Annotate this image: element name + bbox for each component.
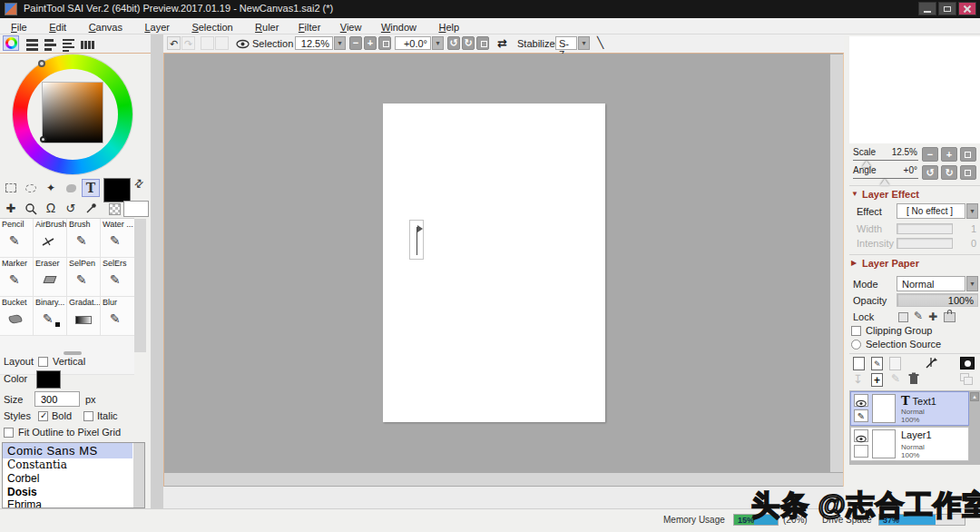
layer-select-tool[interactable] [62,179,80,197]
new-layer-set-button[interactable] [889,357,901,370]
nav-zoom-in-button[interactable]: + [941,147,957,162]
size-input[interactable] [34,391,80,407]
zoom-tool[interactable] [22,199,40,217]
zoom-value-box[interactable]: 12.5% [295,36,333,50]
layer-row-text1[interactable]: ✎ T Text1 Normal 100% [850,391,969,426]
panel-splitter-handle[interactable] [64,351,82,355]
mode-dropdown-button[interactable]: ▾ [966,276,978,291]
font-item-constantia[interactable]: Constantia [3,458,132,472]
font-item-comic-sans[interactable]: Comic Sans MS [3,443,132,458]
stabilizer-dropdown-button[interactable]: ▾ [578,36,590,50]
new-layer-plus-button[interactable]: + [871,373,883,387]
angle-dropdown-button[interactable]: ▾ [432,36,444,50]
nav-zoom-reset-button[interactable] [960,147,976,162]
new-linework-layer-button[interactable]: ✎ [871,357,883,370]
merge-down-button[interactable]: ✎ [891,372,900,385]
secondary-color-swatch[interactable] [123,201,149,217]
layer-effect-collapse-icon[interactable]: ▼ [851,190,858,198]
flip-horizontal-icon[interactable]: ⇄ [497,36,507,50]
layer-thumbnail[interactable] [872,394,896,423]
layer-thumbnail[interactable] [872,429,896,458]
nav-rotate-ccw-button[interactable]: ↺ [922,165,938,180]
redo-button[interactable]: ↷ [181,36,195,50]
menu-layer[interactable]: Layer [141,22,173,33]
lasso-tool[interactable] [22,179,40,197]
menu-edit[interactable]: Edit [45,22,70,33]
canvas-vertical-scrollbar[interactable]: ▲ ▼ [830,54,843,472]
italic-checkbox[interactable] [83,411,93,421]
restore-button[interactable] [938,2,956,15]
primary-color-swatch[interactable] [103,178,131,202]
swatches-panel-button[interactable] [78,35,94,51]
bold-checkbox[interactable] [38,411,48,421]
angle-value-box[interactable]: +0.0° [395,36,431,50]
transfer-down-button[interactable]: ↧ [853,372,863,386]
tool-grid-scrollbar[interactable]: ▲ ▼ [134,219,146,352]
tool-selpen[interactable]: SelPen✎ [67,258,101,297]
menu-selection[interactable]: Selection [188,22,236,33]
canvas-horizontal-scrollbar[interactable]: ◀ ▶ [164,473,843,486]
luminance-mask-button[interactable] [960,357,975,369]
undo-button[interactable]: ↶ [167,36,181,50]
menu-window[interactable]: Window [377,22,420,33]
lock-pixels-icon[interactable]: ✎ [914,310,923,322]
text-tool[interactable]: T [82,179,100,197]
move-tool[interactable]: ✚ [2,199,20,217]
zoom-dropdown-button[interactable]: ▾ [334,36,346,50]
zoom-out-button[interactable]: − [349,36,362,50]
hsv-slider-panel-button[interactable] [42,35,58,51]
lock-all-checkbox[interactable] [898,312,908,322]
layer-effect-header[interactable]: Layer Effect [862,189,919,200]
tool-eraser[interactable]: Eraser [34,258,67,297]
zoom-in-button[interactable]: + [364,36,377,50]
reset-rotation-tool[interactable]: ↺ [62,199,80,217]
selection-source-radio[interactable] [851,340,861,350]
color-wheel-panel-button[interactable] [3,35,19,51]
lock-alpha-icon[interactable] [944,312,956,322]
tool-marker[interactable]: Marker✎ [0,258,34,297]
zoom-reset-button[interactable] [378,36,391,50]
clipping-group-checkbox[interactable] [851,326,861,336]
rgb-slider-panel-button[interactable] [24,35,40,51]
effect-dropdown-button[interactable]: ▾ [966,203,978,219]
text-edit-box[interactable] [409,220,424,260]
layer2-visibility-toggle[interactable] [854,429,868,442]
transform-button[interactable] [924,356,938,370]
tool-airbrush[interactable]: AirBrush [34,219,67,258]
tool-selers[interactable]: SelErs✎ [101,258,134,297]
menu-ruler[interactable]: Ruler [251,22,282,33]
font-item-ebrima[interactable]: Ebrima [3,499,132,508]
new-layer-button[interactable] [853,357,865,370]
font-item-corbel[interactable]: Corbel [3,472,132,486]
vertical-checkbox[interactable] [38,357,48,367]
tool-water[interactable]: Water ...✎ [101,219,134,258]
menu-filter[interactable]: Filter [295,22,324,33]
angle-slider-marker[interactable] [880,179,889,185]
nav-zoom-out-button[interactable]: − [922,147,938,162]
layer1-visibility-toggle[interactable] [854,394,868,407]
eyedropper-tool[interactable] [82,199,100,217]
rotate-cw-button[interactable]: ↻ [462,36,475,50]
rotate-ccw-button[interactable]: ↺ [447,36,460,50]
menu-canvas[interactable]: Canvas [85,22,126,33]
copy-layer-button[interactable] [960,373,969,381]
tool-bucket[interactable]: Bucket [0,297,34,336]
mixer-panel-button[interactable] [60,35,76,51]
layer-row-layer1[interactable]: Layer1 Normal 100% [850,427,969,461]
tool-pencil[interactable]: Pencil✎ [0,219,34,258]
deselect-button[interactable] [201,36,214,50]
minimize-button[interactable] [918,2,936,15]
stabilizer-value-box[interactable]: S-7 [555,36,577,50]
magic-wand-tool[interactable]: ✦ [42,179,60,197]
layer-paper-collapse-icon[interactable]: ▶ [851,259,857,267]
left-panel-scrollbar[interactable]: ▲ ▼ [151,34,163,508]
nav-rotate-cw-button[interactable]: ↻ [941,165,957,180]
angle-reset-button[interactable] [476,36,489,50]
tool-blur[interactable]: Blur✎ [101,297,134,336]
menu-file[interactable]: File [7,22,31,33]
canvas-document[interactable] [383,103,605,422]
menu-view[interactable]: View [337,22,366,33]
menu-help[interactable]: Help [435,22,463,33]
layer-paper-header[interactable]: Layer Paper [862,258,919,269]
fit-outline-checkbox[interactable] [4,428,14,438]
